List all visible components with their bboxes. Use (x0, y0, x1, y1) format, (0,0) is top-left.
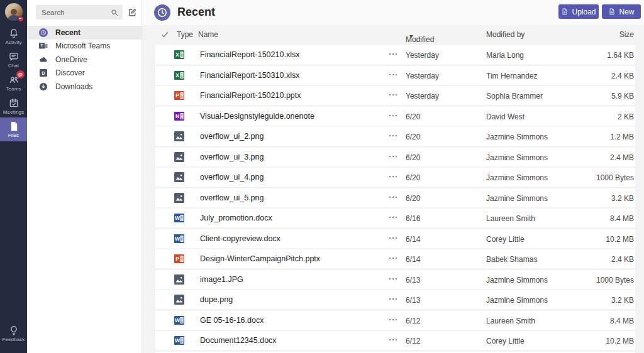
table-row[interactable]: P FinancialReport-150210.pptx Yesterday … (155, 86, 635, 105)
image-file-icon (174, 152, 184, 162)
rail-item-activity[interactable]: Activity (0, 24, 27, 48)
row-more-button[interactable] (384, 315, 402, 326)
rail-item-teams[interactable]: @ Teams (0, 71, 27, 94)
table-row[interactable]: W July_promotion.docx 6/16 Laureen Smith… (155, 209, 635, 227)
file-modified: 6/16 (406, 214, 420, 223)
upload-button[interactable]: Upload (558, 4, 599, 19)
more-icon (388, 192, 398, 202)
table-row[interactable]: dupe.png 6/13 Jazmine Simmons 3.2 KB (155, 290, 635, 309)
table-row[interactable]: W Client-copyreview.docx 6/14 Corey Litt… (155, 229, 635, 248)
row-more-button[interactable] (384, 70, 402, 81)
row-more-button[interactable] (384, 233, 402, 244)
file-modified: 6/13 (406, 296, 420, 305)
word-file-icon: W (174, 213, 184, 223)
file-name: GE 05-16-16.docx (200, 316, 264, 325)
file-size: 1.64 KB (607, 51, 634, 60)
row-more-button[interactable] (384, 212, 402, 224)
column-size[interactable]: Size (619, 30, 634, 39)
more-icon (388, 151, 398, 161)
svg-text:W: W (175, 337, 180, 344)
image-file-icon (174, 274, 184, 285)
column-name[interactable]: Name (198, 30, 218, 39)
rail-item-meetings[interactable]: Meetings (0, 94, 27, 117)
sidebar-item-microsoft-teams[interactable]: T Microsoft Teams (27, 40, 142, 53)
file-size: 3.2 KB (611, 296, 634, 305)
file-modified: 6/20 (406, 112, 420, 121)
teams-logo-icon: T (39, 41, 48, 50)
svg-text:W: W (175, 317, 180, 323)
rail-item-settings[interactable] (0, 345, 27, 353)
search-input[interactable] (36, 5, 123, 19)
file-modified-by: Jazmine Simmons (486, 133, 548, 141)
row-more-button[interactable] (384, 274, 402, 285)
file-modified: Yesterday (406, 92, 439, 100)
svg-text:P: P (175, 256, 179, 262)
people-icon: @ (8, 74, 19, 85)
row-more-button[interactable] (384, 294, 402, 305)
row-more-button[interactable] (384, 335, 402, 346)
file-size: 3.2 KB (611, 194, 634, 203)
row-more-button[interactable] (384, 192, 402, 204)
table-row[interactable]: P Design-WinterCampaignPitch.pptx 6/14 B… (155, 249, 635, 268)
word-file-icon: W (174, 335, 184, 345)
table-row[interactable]: X FinancialReport-150310.xlsx Yesterday … (155, 66, 635, 85)
row-more-button[interactable] (384, 131, 402, 142)
table-row[interactable]: overflow_ui_4.png 6/20 Jazmine Simmons 1… (155, 168, 635, 187)
table-row[interactable]: overflow_ui_3.png 6/20 Jazmine Simmons 2… (155, 148, 635, 166)
select-all-check-icon[interactable] (160, 30, 169, 39)
table-row[interactable]: overflow_ui_2.png 6/20 Jazmine Simmons 1… (155, 127, 635, 146)
table-row[interactable]: W Document12345.docx 6/12 Corey Little 1… (155, 331, 635, 350)
table-row[interactable]: N Visual-Designstyleguide.onenote 6/20 D… (155, 107, 635, 126)
row-more-button[interactable] (384, 151, 402, 163)
file-modified-by: Babek Shamas (486, 255, 537, 264)
file-name: Client-copyreview.docx (200, 234, 280, 243)
download-icon (39, 82, 48, 91)
sidebar-item-downloads[interactable]: Downloads (27, 80, 142, 94)
more-icon (388, 315, 398, 325)
more-icon (388, 294, 398, 304)
sidebar-item-discover[interactable]: D Discover (27, 67, 142, 80)
rail-item-files[interactable]: Files (0, 117, 27, 141)
svg-text:X: X (175, 52, 179, 58)
file-modified-by: Jazmine Simmons (486, 173, 548, 182)
image-file-icon (174, 172, 184, 182)
rail-item-chat[interactable]: Chat (0, 48, 27, 71)
recent-clock-icon (154, 4, 170, 21)
rail-bottom-nav: Feedback (0, 322, 27, 353)
file-name: FinancialReport-150310.xlsx (200, 71, 299, 80)
column-modified-by[interactable]: Modified by (486, 30, 525, 39)
row-more-button[interactable] (384, 90, 402, 101)
more-icon (388, 233, 398, 243)
row-more-button[interactable] (384, 171, 402, 183)
file-size: 8.4 MB (610, 214, 634, 223)
sidebar-item-onedrive[interactable]: OneDrive (27, 53, 142, 67)
compose-icon[interactable] (128, 8, 137, 17)
file-name: overflow_ui_3.png (200, 153, 264, 161)
bulb-icon (8, 325, 19, 336)
sidebar-item-recent[interactable]: Recent (27, 26, 142, 40)
mention-badge: @ (16, 70, 25, 79)
column-type[interactable]: Type (177, 30, 193, 39)
svg-text:W: W (175, 236, 180, 242)
file-modified: 6/20 (406, 153, 420, 162)
table-row[interactable]: overflow_ui_5.png 6/20 Jazmine Simmons 3… (155, 188, 635, 207)
table-row[interactable]: W GE 05-16-16.docx 6/12 Laureen Smith 8.… (155, 311, 635, 330)
bell-icon (8, 28, 19, 39)
file-size: 5.9 KB (611, 92, 634, 100)
files-sidebar: Recent T Microsoft Teams OneDrive D Disc… (27, 0, 142, 353)
onenote-file-icon: N (174, 111, 184, 121)
file-icon (8, 121, 19, 132)
table-row[interactable]: X FinancialReport-150210.xlsx Yesterday … (155, 45, 635, 64)
file-modified: 6/12 (406, 317, 420, 325)
cloud-icon (39, 55, 48, 64)
row-more-button[interactable] (384, 111, 402, 122)
file-size: 2.4 MB (610, 153, 634, 162)
row-more-button[interactable] (384, 49, 402, 60)
new-button[interactable]: New (602, 4, 641, 19)
row-more-button[interactable] (384, 253, 402, 264)
upload-doc-icon (561, 8, 569, 16)
more-icon (388, 335, 398, 345)
avatar[interactable] (5, 3, 23, 21)
table-row[interactable]: image1.JPG 6/13 Jazmine Simmons 1000 Byt… (155, 270, 635, 289)
rail-item-feedback[interactable]: Feedback (0, 322, 27, 345)
